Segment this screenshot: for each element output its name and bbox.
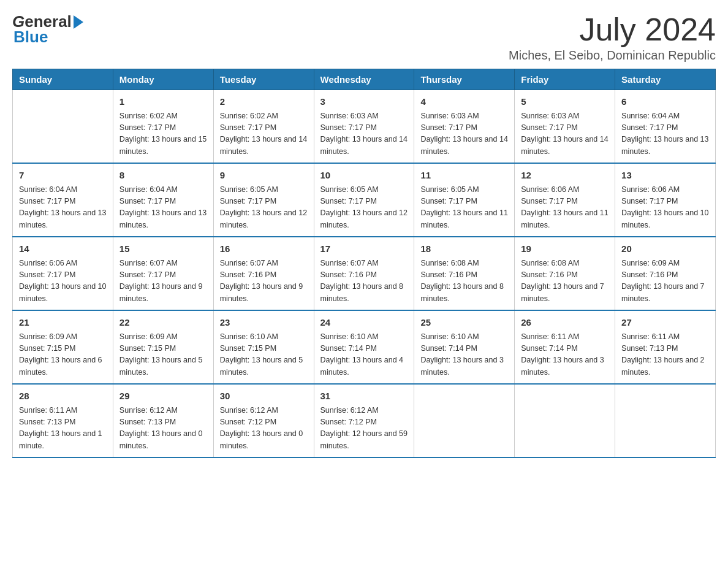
- day-info: Sunrise: 6:09 AMSunset: 7:16 PMDaylight:…: [621, 258, 709, 305]
- day-number: 14: [19, 242, 107, 256]
- day-info: Sunrise: 6:04 AMSunset: 7:17 PMDaylight:…: [119, 184, 207, 232]
- day-number: 12: [521, 169, 609, 183]
- header-sunday: Sunday: [13, 69, 113, 90]
- calendar-cell-w2-d7: 13Sunrise: 6:06 AMSunset: 7:17 PMDayligh…: [615, 163, 716, 237]
- calendar-cell-w2-d2: 8Sunrise: 6:04 AMSunset: 7:17 PMDaylight…: [113, 163, 213, 237]
- day-info: Sunrise: 6:07 AMSunset: 7:16 PMDaylight:…: [320, 258, 408, 305]
- day-info: Sunrise: 6:11 AMSunset: 7:13 PMDaylight:…: [621, 331, 709, 379]
- day-info: Sunrise: 6:10 AMSunset: 7:14 PMDaylight:…: [420, 331, 508, 379]
- day-number: 6: [621, 95, 709, 109]
- title-section: July 2024 Miches, El Seibo, Dominican Re…: [509, 12, 716, 63]
- calendar-cell-w5-d4: 31Sunrise: 6:12 AMSunset: 7:12 PMDayligh…: [314, 384, 414, 458]
- day-info: Sunrise: 6:09 AMSunset: 7:15 PMDaylight:…: [19, 331, 107, 379]
- calendar-cell-w1-d6: 5Sunrise: 6:03 AMSunset: 7:17 PMDaylight…: [515, 90, 615, 164]
- day-info: Sunrise: 6:12 AMSunset: 7:13 PMDaylight:…: [119, 405, 207, 453]
- page-header: G eneral Blue July 2024 Miches, El Seibo…: [12, 12, 716, 63]
- calendar-cell-w5-d7: [615, 384, 716, 458]
- day-info: Sunrise: 6:10 AMSunset: 7:14 PMDaylight:…: [320, 331, 408, 379]
- calendar-cell-w2-d1: 7Sunrise: 6:04 AMSunset: 7:17 PMDaylight…: [13, 163, 113, 237]
- calendar-cell-w5-d6: [515, 384, 615, 458]
- calendar-week-4: 21Sunrise: 6:09 AMSunset: 7:15 PMDayligh…: [13, 310, 716, 384]
- day-number: 28: [19, 389, 107, 404]
- day-number: 22: [119, 316, 207, 330]
- day-number: 19: [521, 242, 609, 256]
- header-tuesday: Tuesday: [213, 69, 314, 90]
- day-info: Sunrise: 6:05 AMSunset: 7:17 PMDaylight:…: [320, 184, 408, 232]
- calendar-cell-w2-d5: 11Sunrise: 6:05 AMSunset: 7:17 PMDayligh…: [414, 163, 515, 237]
- calendar-cell-w2-d4: 10Sunrise: 6:05 AMSunset: 7:17 PMDayligh…: [314, 163, 414, 237]
- day-info: Sunrise: 6:03 AMSunset: 7:17 PMDaylight:…: [521, 110, 609, 158]
- day-number: 25: [420, 316, 508, 330]
- day-info: Sunrise: 6:06 AMSunset: 7:17 PMDaylight:…: [521, 184, 609, 232]
- calendar-cell-w4-d1: 21Sunrise: 6:09 AMSunset: 7:15 PMDayligh…: [13, 310, 113, 384]
- day-number: 31: [320, 389, 408, 404]
- calendar-cell-w4-d5: 25Sunrise: 6:10 AMSunset: 7:14 PMDayligh…: [414, 310, 515, 384]
- day-info: Sunrise: 6:06 AMSunset: 7:17 PMDaylight:…: [621, 184, 709, 232]
- day-number: 18: [420, 242, 508, 256]
- day-info: Sunrise: 6:11 AMSunset: 7:14 PMDaylight:…: [521, 331, 609, 379]
- day-number: 10: [320, 169, 408, 183]
- day-number: 1: [119, 95, 207, 109]
- day-number: 15: [119, 242, 207, 256]
- calendar-cell-w3-d2: 15Sunrise: 6:07 AMSunset: 7:17 PMDayligh…: [113, 237, 213, 310]
- calendar-cell-w4-d6: 26Sunrise: 6:11 AMSunset: 7:14 PMDayligh…: [515, 310, 615, 384]
- calendar-cell-w3-d7: 20Sunrise: 6:09 AMSunset: 7:16 PMDayligh…: [615, 237, 716, 310]
- calendar-cell-w2-d6: 12Sunrise: 6:06 AMSunset: 7:17 PMDayligh…: [515, 163, 615, 237]
- logo: G eneral Blue: [12, 12, 83, 47]
- calendar-cell-w4-d7: 27Sunrise: 6:11 AMSunset: 7:13 PMDayligh…: [615, 310, 716, 384]
- day-number: 11: [420, 169, 508, 183]
- calendar-table: Sunday Monday Tuesday Wednesday Thursday…: [12, 69, 716, 458]
- day-info: Sunrise: 6:02 AMSunset: 7:17 PMDaylight:…: [119, 110, 207, 158]
- day-number: 9: [220, 169, 308, 183]
- calendar-cell-w3-d1: 14Sunrise: 6:06 AMSunset: 7:17 PMDayligh…: [13, 237, 113, 310]
- day-info: Sunrise: 6:02 AMSunset: 7:17 PMDaylight:…: [220, 110, 308, 158]
- day-number: 27: [621, 316, 709, 330]
- day-number: 30: [220, 389, 308, 404]
- day-number: 8: [119, 169, 207, 183]
- calendar-week-5: 28Sunrise: 6:11 AMSunset: 7:13 PMDayligh…: [13, 384, 716, 458]
- calendar-cell-w1-d5: 4Sunrise: 6:03 AMSunset: 7:17 PMDaylight…: [414, 90, 515, 164]
- day-info: Sunrise: 6:07 AMSunset: 7:16 PMDaylight:…: [220, 258, 308, 305]
- main-title: July 2024: [509, 12, 716, 47]
- day-info: Sunrise: 6:09 AMSunset: 7:15 PMDaylight:…: [119, 331, 207, 379]
- day-info: Sunrise: 6:12 AMSunset: 7:12 PMDaylight:…: [320, 405, 408, 453]
- logo-blue-text: Blue: [13, 28, 48, 47]
- day-info: Sunrise: 6:04 AMSunset: 7:17 PMDaylight:…: [621, 110, 709, 158]
- subtitle: Miches, El Seibo, Dominican Republic: [509, 48, 716, 63]
- calendar-cell-w1-d7: 6Sunrise: 6:04 AMSunset: 7:17 PMDaylight…: [615, 90, 716, 164]
- calendar-cell-w3-d3: 16Sunrise: 6:07 AMSunset: 7:16 PMDayligh…: [213, 237, 314, 310]
- calendar-cell-w3-d5: 18Sunrise: 6:08 AMSunset: 7:16 PMDayligh…: [414, 237, 515, 310]
- header-monday: Monday: [113, 69, 213, 90]
- calendar-cell-w3-d6: 19Sunrise: 6:08 AMSunset: 7:16 PMDayligh…: [515, 237, 615, 310]
- calendar-cell-w5-d5: [414, 384, 515, 458]
- calendar-cell-w1-d2: 1Sunrise: 6:02 AMSunset: 7:17 PMDaylight…: [113, 90, 213, 164]
- day-number: 23: [220, 316, 308, 330]
- calendar-week-1: 1Sunrise: 6:02 AMSunset: 7:17 PMDaylight…: [13, 90, 716, 164]
- calendar-cell-w5-d3: 30Sunrise: 6:12 AMSunset: 7:12 PMDayligh…: [213, 384, 314, 458]
- day-info: Sunrise: 6:05 AMSunset: 7:17 PMDaylight:…: [220, 184, 308, 232]
- day-info: Sunrise: 6:12 AMSunset: 7:12 PMDaylight:…: [220, 405, 308, 453]
- header-thursday: Thursday: [414, 69, 515, 90]
- day-number: 29: [119, 389, 207, 404]
- calendar-cell-w1-d4: 3Sunrise: 6:03 AMSunset: 7:17 PMDaylight…: [314, 90, 414, 164]
- logo-triangle-icon: [74, 15, 83, 29]
- calendar-cell-w2-d3: 9Sunrise: 6:05 AMSunset: 7:17 PMDaylight…: [213, 163, 314, 237]
- day-info: Sunrise: 6:03 AMSunset: 7:17 PMDaylight:…: [420, 110, 508, 158]
- day-info: Sunrise: 6:08 AMSunset: 7:16 PMDaylight:…: [521, 258, 609, 305]
- day-info: Sunrise: 6:05 AMSunset: 7:17 PMDaylight:…: [420, 184, 508, 232]
- day-info: Sunrise: 6:08 AMSunset: 7:16 PMDaylight:…: [420, 258, 508, 305]
- calendar-cell-w1-d3: 2Sunrise: 6:02 AMSunset: 7:17 PMDaylight…: [213, 90, 314, 164]
- calendar-cell-w1-d1: [13, 90, 113, 164]
- calendar-week-2: 7Sunrise: 6:04 AMSunset: 7:17 PMDaylight…: [13, 163, 716, 237]
- calendar-cell-w4-d3: 23Sunrise: 6:10 AMSunset: 7:15 PMDayligh…: [213, 310, 314, 384]
- day-number: 4: [420, 95, 508, 109]
- calendar-week-3: 14Sunrise: 6:06 AMSunset: 7:17 PMDayligh…: [13, 237, 716, 310]
- day-number: 2: [220, 95, 308, 109]
- day-number: 5: [521, 95, 609, 109]
- calendar-cell-w4-d4: 24Sunrise: 6:10 AMSunset: 7:14 PMDayligh…: [314, 310, 414, 384]
- calendar-header-row: Sunday Monday Tuesday Wednesday Thursday…: [13, 69, 716, 90]
- day-number: 26: [521, 316, 609, 330]
- calendar-cell-w5-d2: 29Sunrise: 6:12 AMSunset: 7:13 PMDayligh…: [113, 384, 213, 458]
- header-friday: Friday: [515, 69, 615, 90]
- day-number: 3: [320, 95, 408, 109]
